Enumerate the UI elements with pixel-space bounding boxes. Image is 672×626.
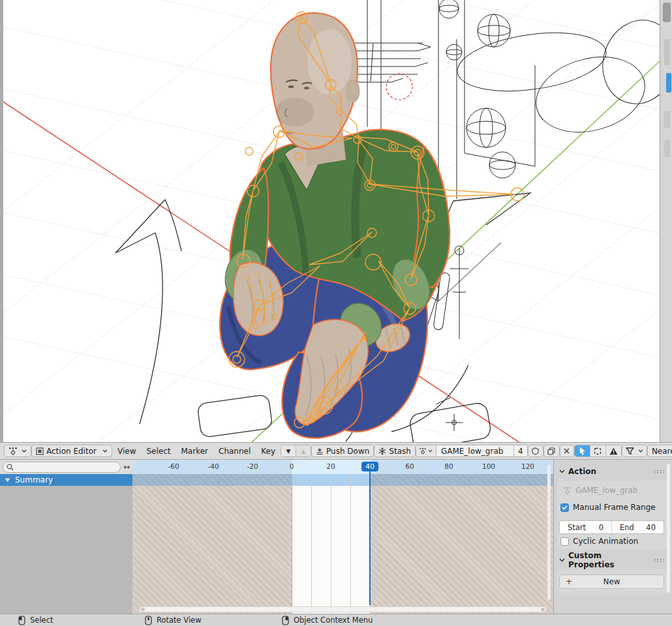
- search-input[interactable]: [3, 462, 121, 473]
- end-value: 40: [646, 523, 656, 532]
- unlink-action-button[interactable]: [560, 445, 574, 457]
- manual-frame-range-checkbox[interactable]: [560, 503, 569, 512]
- ruler-tick: 80: [444, 462, 453, 470]
- ruler-tick: -60: [168, 462, 179, 470]
- cyclic-animation-row[interactable]: Cyclic Animation: [560, 537, 638, 546]
- plus-icon: +: [560, 577, 578, 586]
- status-label: Select: [30, 616, 53, 625]
- ruler-tick: 60: [405, 462, 414, 470]
- sidebar-scrollbar[interactable]: [667, 464, 670, 593]
- push-down-icon: [316, 447, 324, 455]
- menu-view[interactable]: View: [112, 447, 141, 456]
- expand-collapse-filter-icon[interactable]: ↔: [123, 462, 130, 471]
- status-hint-context-menu: Object Context Menu: [282, 614, 373, 626]
- status-hint-select: Select: [18, 614, 53, 626]
- properties-active-tab: [666, 73, 671, 93]
- action-editor-mode-icon: [36, 447, 44, 455]
- fake-user-button[interactable]: [528, 445, 543, 457]
- ruler-tick: -20: [247, 462, 258, 470]
- layer-up-button-disabled: ▲: [296, 445, 311, 456]
- status-label: Object Context Menu: [294, 616, 373, 625]
- snap-mode-dropdown[interactable]: Nearest F: [647, 445, 672, 457]
- chevron-down-icon: [559, 470, 565, 473]
- start-frame-field[interactable]: Start 0: [560, 521, 611, 533]
- status-bar: Select Rotate View Object Context Menu: [0, 614, 672, 626]
- start-label: Start: [568, 523, 586, 532]
- action-users-count[interactable]: 4: [513, 445, 527, 456]
- action-icon: [563, 486, 572, 494]
- start-value: 0: [599, 523, 603, 532]
- layer-down-button[interactable]: ▼: [281, 445, 296, 456]
- manual-frame-range-row[interactable]: Manual Frame Range: [560, 503, 656, 512]
- channel-list-empty-area[interactable]: [0, 486, 132, 614]
- only-errors-toggle[interactable]: [605, 445, 621, 456]
- channel-summary-row[interactable]: Summary: [0, 474, 132, 486]
- current-frame-badge[interactable]: 40: [361, 462, 378, 471]
- action-browse-dropdown[interactable]: [416, 445, 436, 456]
- cursor-arrow-icon: [579, 447, 586, 455]
- push-down-label: Push Down: [326, 447, 369, 456]
- blender-window: { "viewport": { "colors": { "background"…: [0, 0, 672, 626]
- action-name-dimmed: GAME_low_grab: [575, 486, 637, 495]
- mouse-right-click-icon: [282, 616, 289, 625]
- dopesheet-mode-dropdown[interactable]: Action Editor: [31, 445, 112, 457]
- playhead-line[interactable]: [369, 471, 371, 605]
- horizontal-scrollbar[interactable]: [139, 606, 547, 612]
- snap-label: Nearest F: [652, 447, 672, 456]
- new-button-label: New: [578, 577, 645, 586]
- ear: [346, 80, 359, 102]
- chevron-down-icon: [638, 449, 643, 453]
- status-hint-rotate-view: Rotate View: [145, 614, 202, 626]
- show-hidden-toggle[interactable]: [590, 445, 605, 456]
- panel-drag-handle[interactable]: ::::: [654, 557, 665, 563]
- push-down-button[interactable]: Push Down: [311, 445, 374, 457]
- funnel-icon: [626, 447, 634, 455]
- viewport-canvas: [0, 0, 672, 442]
- duplicate-icon: [547, 447, 555, 455]
- menu-channel[interactable]: Channel: [213, 447, 256, 456]
- mode-label: Action Editor: [46, 447, 97, 456]
- frame-gridline: [311, 474, 312, 614]
- only-selected-toggle[interactable]: [575, 445, 590, 456]
- action-name-field[interactable]: GAME_low_grab: [436, 445, 513, 456]
- disclosure-triangle-icon[interactable]: [5, 478, 10, 483]
- end-frame-field[interactable]: End 40: [611, 521, 664, 533]
- search-icon: [7, 464, 14, 471]
- vertical-scrollbar[interactable]: [547, 465, 551, 600]
- chevron-down-icon: [22, 449, 27, 453]
- close-icon: [564, 448, 570, 454]
- dope-sheet-sidebar: Action :::: GAME_low_grab Manual Frame R…: [553, 460, 672, 614]
- menu-key[interactable]: Key: [256, 447, 281, 456]
- stash-button[interactable]: Stash: [374, 445, 416, 457]
- viewport-3d[interactable]: [0, 0, 672, 442]
- scrollbar-handle[interactable]: [141, 608, 145, 611]
- action-panel-header[interactable]: Action ::::: [559, 466, 665, 477]
- editor-type-dropdown[interactable]: [4, 445, 31, 457]
- menu-marker[interactable]: Marker: [176, 447, 213, 456]
- scrollbar-handle[interactable]: [541, 608, 545, 611]
- status-label: Rotate View: [157, 616, 202, 625]
- action-datablock-group: GAME_low_grab 4: [416, 445, 528, 457]
- shield-icon: [532, 447, 539, 455]
- custom-properties-panel-header[interactable]: Custom Properties ::::: [559, 555, 665, 565]
- channel-search-row: ↔: [0, 460, 132, 474]
- new-property-button[interactable]: + New: [559, 574, 664, 589]
- ruler-tick: 0: [290, 462, 294, 470]
- end-label: End: [620, 523, 634, 532]
- cyclic-animation-checkbox[interactable]: [560, 537, 569, 546]
- mouse-left-click-icon: [18, 616, 25, 625]
- menu-select[interactable]: Select: [141, 447, 176, 456]
- dope-sheet-timeline[interactable]: -60 -40 -20 0 20 60 80 100 120 40: [132, 460, 553, 614]
- filters-dropdown[interactable]: [622, 445, 647, 457]
- dashed-box-icon: [594, 447, 602, 455]
- summary-label: Summary: [15, 475, 53, 484]
- chevron-down-icon: [102, 449, 108, 453]
- action-panel-title: Action: [568, 467, 596, 476]
- cyclic-animation-label: Cyclic Animation: [573, 537, 638, 546]
- panel-drag-handle[interactable]: ::::: [654, 468, 665, 475]
- ruler-tick: 120: [521, 462, 534, 470]
- dope-sheet-icon: [8, 447, 18, 455]
- new-action-button[interactable]: [543, 445, 560, 457]
- custom-properties-title: Custom Properties: [568, 551, 650, 569]
- snowflake-icon: [378, 447, 386, 455]
